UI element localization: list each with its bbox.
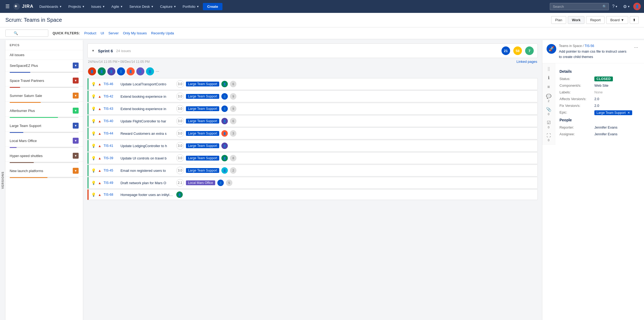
issue-key-6[interactable]: TIS-39 [104,156,118,160]
nav-agile[interactable]: Agile ▼ [109,3,126,10]
hamburger-menu[interactable]: ☰ [3,2,12,10]
collapse-button[interactable]: ⬆ [630,16,639,24]
help-button[interactable]: ? ▼ [610,3,620,10]
filter-search-input[interactable] [5,30,48,37]
nav-capture[interactable]: Capture ▼ [157,3,179,10]
issue-key-3[interactable]: TIS-40 [104,119,118,123]
issue-key-1[interactable]: TIS-42 [104,94,118,98]
epic-dropdown-1[interactable]: ▼ [73,78,79,83]
issue-key-7[interactable]: TIS-45 [104,169,118,172]
main-layout: VERSIONS EPICS All issues SeeSpaceEZ Plu… [0,40,644,320]
nav-dashboards[interactable]: Dashboards ▼ [37,3,65,10]
issue-count-3: 6 [230,118,236,124]
sprint-name: Sprint 6 [98,49,113,53]
issue-key-2[interactable]: TIS-43 [104,107,118,111]
issue-row-7[interactable]: 💡 ▲ TIS-45 Email non registered users to… [87,165,538,176]
epic-dropdown-5[interactable]: ▼ [73,138,79,144]
status-label: Status: [559,77,594,81]
issue-row-6[interactable]: 💡 ▲ TIS-39 Update UI controls on travel … [87,152,538,164]
issue-key-9[interactable]: TIS-68 [104,193,118,197]
epic-progress-4 [5,132,83,135]
sprint-avatar-2: 👤 [98,67,106,75]
sprint-more[interactable]: ··· [156,69,159,74]
issue-row-5[interactable]: 💡 ▲ TIS-41 Update LodgingController to h… [87,140,538,152]
settings-button[interactable]: ⚙ ▼ [621,3,632,10]
filter-recently-updated[interactable]: Recently Upda [151,31,174,35]
epic-item-5[interactable]: Local Mars Office ▼ [5,135,83,147]
issue-priority-1: ▲ [98,94,101,99]
sprint-linked-pages[interactable]: Linked pages [517,60,537,64]
affects-row: Affects Version/s: 2.0 [559,97,632,101]
report-button[interactable]: Report [586,16,605,24]
plan-button[interactable]: Plan [551,16,566,24]
issue-key-0[interactable]: TIS-46 [104,82,118,86]
top-navigation: ☰ ✦ JIRA Dashboards ▼ Projects ▼ Issues … [0,0,644,13]
search-input[interactable] [550,3,609,10]
epic-item-6[interactable]: Hyper-speed shuttles ▼ [5,150,83,162]
filter-ui[interactable]: UI [101,31,104,35]
issue-icon-4: 💡 [91,131,96,136]
description-icon-item[interactable]: ≡ [547,85,550,89]
epic-dropdown-0[interactable]: ▼ [73,63,79,68]
filter-server[interactable]: Server [108,31,119,35]
epic-dropdown-7[interactable]: ▼ [73,168,79,174]
epic-item-3[interactable]: Afterburner Plus ▼ [5,105,83,117]
epic-tag-wrap: Large Team Support ✕ [594,110,632,115]
issue-count-7: 2 [230,167,236,174]
components-row: Component/s: Web Site [559,83,632,88]
epics-header: EPICS [5,40,83,50]
versions-tab[interactable]: VERSIONS [0,40,5,320]
epic-item-4[interactable]: Large Team Support ▼ [5,120,83,132]
detail-issue-key-link[interactable]: TIS-56 [584,44,594,48]
issue-row-1[interactable]: 💡 ▲ TIS-42 Extend booking experience in … [87,90,538,102]
detail-more-button[interactable]: ··· [632,44,640,51]
sprint-avatar-3: 👤 [107,67,115,75]
issue-key-8[interactable]: TIS-49 [104,181,118,185]
epic-dropdown-2[interactable]: ▼ [73,93,79,99]
epic-item-7[interactable]: New launch platforms ▼ [5,165,83,177]
epic-remove-button[interactable]: ✕ [627,111,630,115]
filter-my-issues[interactable]: Only My Issues [123,31,147,35]
nav-capture-arrow: ▼ [174,5,176,8]
issue-row-8[interactable]: 💡 ▲ TIS-49 Draft network plan for Mars O… [87,177,538,189]
details-section-title: Details [559,69,632,74]
fix-value: 2.0 [594,104,632,108]
create-button[interactable]: Create [203,3,222,10]
issue-row-3[interactable]: 💡 ▲ TIS-40 Update FlightController to ha… [87,115,538,127]
epic-item-2[interactable]: Summer Saturn Sale ▼ [5,90,83,101]
expand-icon-item[interactable]: ⛶ 0 [547,133,551,142]
issue-epic-4: Large Team Support [186,131,219,136]
issue-row-9[interactable]: 💡 ▲ TIS-68 Homepage footer uses an inlit… [87,189,538,200]
filter-product[interactable]: Product [84,31,96,35]
epic-dropdown-6[interactable]: ▼ [73,153,79,159]
epic-item-all[interactable]: All issues [5,50,83,60]
assignee-row: Assignee: Jennifer Evans [559,132,632,136]
sprint-toggle[interactable]: ▼ [92,49,95,53]
issue-row-2[interactable]: 💡 ▲ TIS-43 Extend booking experience in … [87,103,538,115]
issue-key-4[interactable]: TIS-44 [104,132,118,135]
issue-avatar-6: 👤 [221,155,228,161]
epic-dropdown-4[interactable]: ▼ [73,123,79,129]
status-badge: CLOSED [594,77,613,81]
nav-portfolio[interactable]: Portfolio ▼ [180,3,202,10]
epic-group-5: Local Mars Office ▼ [5,135,83,150]
epic-item-0[interactable]: SeeSpaceEZ Plus ▼ [5,60,83,71]
epic-dropdown-3[interactable]: ▼ [73,108,79,114]
issue-row-0[interactable]: 💡 ▲ TIS-46 Update LocalTransportContro 3… [87,78,538,90]
nav-service-desk[interactable]: Service Desk ▼ [127,3,156,10]
comment-icon-item[interactable]: 💬 2 [546,94,551,103]
attachment-icon-item[interactable]: 📎 0 [546,107,551,116]
issue-row-4[interactable]: 💡 ▲ TIS-44 Reward Customers an extra s 3… [87,128,538,139]
work-button[interactable]: Work [568,16,584,24]
info-icon-item[interactable]: ℹ [548,75,550,80]
board-button[interactable]: Board ▼ [606,16,628,24]
checklist-icon-item[interactable]: ☑ 0 [547,120,551,129]
epic-item-1[interactable]: Space Travel Partners ▼ [5,75,83,86]
user-avatar[interactable]: 👤 [633,3,641,10]
epic-group-2: Summer Saturn Sale ▼ [5,90,83,105]
nav-projects[interactable]: Projects ▼ [66,3,87,10]
issues-list: 💡 ▲ TIS-46 Update LocalTransportContro 3… [87,78,538,200]
nav-issues[interactable]: Issues ▼ [89,3,108,10]
issue-avatar-2: 👤 [221,106,228,112]
issue-key-5[interactable]: TIS-41 [104,144,118,148]
